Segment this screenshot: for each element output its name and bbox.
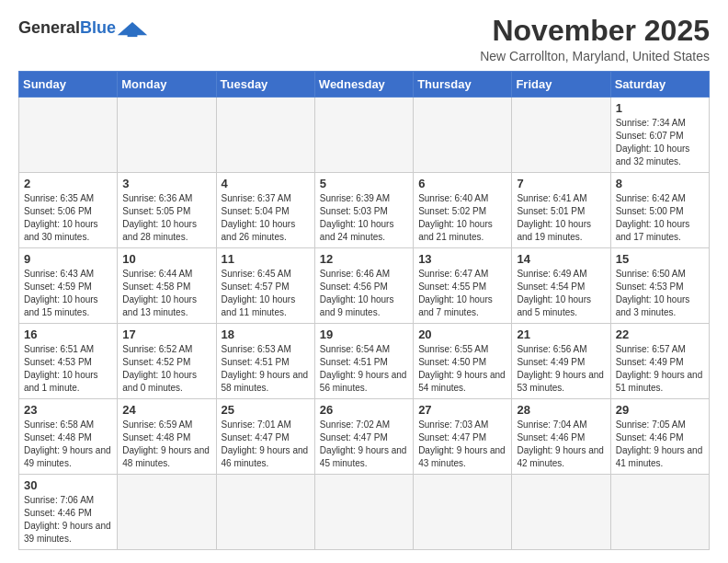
day-info: Sunrise: 6:51 AM Sunset: 4:53 PM Dayligh… (24, 343, 112, 395)
calendar-cell (512, 98, 610, 173)
calendar-cell: 17Sunrise: 6:52 AM Sunset: 4:52 PM Dayli… (118, 324, 216, 399)
day-info: Sunrise: 6:57 AM Sunset: 4:49 PM Dayligh… (616, 343, 704, 395)
day-info: Sunrise: 6:40 AM Sunset: 5:02 PM Dayligh… (418, 192, 506, 244)
calendar-cell: 25Sunrise: 7:01 AM Sunset: 4:47 PM Dayli… (216, 399, 314, 475)
calendar-cell (314, 98, 413, 173)
logo-text: GeneralBlue (18, 19, 116, 38)
calendar-cell: 24Sunrise: 6:59 AM Sunset: 4:48 PM Dayli… (118, 399, 216, 475)
day-number: 22 (616, 327, 704, 341)
calendar-week-row: 16Sunrise: 6:51 AM Sunset: 4:53 PM Dayli… (19, 324, 710, 399)
month-title: November 2025 (480, 15, 710, 47)
calendar-cell (118, 475, 216, 550)
day-info: Sunrise: 6:42 AM Sunset: 5:00 PM Dayligh… (616, 192, 704, 244)
day-number: 29 (616, 403, 704, 417)
day-info: Sunrise: 6:56 AM Sunset: 4:49 PM Dayligh… (517, 343, 605, 395)
calendar-cell (216, 98, 314, 173)
logo-icon (116, 20, 149, 39)
calendar-cell: 2Sunrise: 6:35 AM Sunset: 5:06 PM Daylig… (19, 173, 118, 248)
calendar-cell: 4Sunrise: 6:37 AM Sunset: 5:04 PM Daylig… (216, 173, 314, 248)
logo-blue: Blue (80, 18, 116, 37)
day-info: Sunrise: 7:05 AM Sunset: 4:46 PM Dayligh… (616, 419, 704, 470)
location: New Carrollton, Maryland, United States (480, 49, 710, 63)
title-block: November 2025 New Carrollton, Maryland, … (480, 15, 710, 63)
day-number: 20 (418, 327, 506, 341)
calendar-cell (414, 475, 512, 550)
day-number: 14 (517, 252, 605, 266)
col-thursday: Thursday (414, 72, 512, 98)
calendar-cell: 10Sunrise: 6:44 AM Sunset: 4:58 PM Dayli… (118, 248, 216, 324)
calendar-cell: 19Sunrise: 6:54 AM Sunset: 4:51 PM Dayli… (314, 324, 413, 399)
calendar-cell (19, 98, 118, 173)
svg-rect-1 (128, 30, 138, 37)
calendar-cell: 18Sunrise: 6:53 AM Sunset: 4:51 PM Dayli… (216, 324, 314, 399)
day-number: 30 (24, 478, 112, 492)
calendar-cell: 7Sunrise: 6:41 AM Sunset: 5:01 PM Daylig… (512, 173, 610, 248)
day-number: 26 (320, 403, 408, 417)
logo-general: General (18, 18, 80, 37)
day-info: Sunrise: 6:58 AM Sunset: 4:48 PM Dayligh… (24, 419, 112, 470)
calendar-cell: 15Sunrise: 6:50 AM Sunset: 4:53 PM Dayli… (610, 248, 709, 324)
col-friday: Friday (512, 72, 610, 98)
day-info: Sunrise: 6:41 AM Sunset: 5:01 PM Dayligh… (517, 192, 605, 244)
day-number: 19 (320, 327, 408, 341)
day-number: 27 (418, 403, 506, 417)
calendar-week-row: 30Sunrise: 7:06 AM Sunset: 4:46 PM Dayli… (19, 475, 710, 550)
day-number: 1 (616, 101, 704, 115)
day-info: Sunrise: 6:47 AM Sunset: 4:55 PM Dayligh… (418, 268, 506, 319)
col-saturday: Saturday (610, 72, 709, 98)
calendar-cell (512, 475, 610, 550)
day-info: Sunrise: 6:59 AM Sunset: 4:48 PM Dayligh… (122, 419, 210, 470)
calendar-cell: 13Sunrise: 6:47 AM Sunset: 4:55 PM Dayli… (414, 248, 512, 324)
col-wednesday: Wednesday (314, 72, 413, 98)
calendar-cell: 29Sunrise: 7:05 AM Sunset: 4:46 PM Dayli… (610, 399, 709, 475)
day-info: Sunrise: 7:03 AM Sunset: 4:47 PM Dayligh… (418, 419, 506, 470)
day-info: Sunrise: 6:55 AM Sunset: 4:50 PM Dayligh… (418, 343, 506, 395)
day-info: Sunrise: 6:52 AM Sunset: 4:52 PM Dayligh… (122, 343, 210, 395)
day-info: Sunrise: 6:35 AM Sunset: 5:06 PM Dayligh… (24, 192, 112, 244)
day-number: 3 (122, 177, 210, 190)
calendar-cell: 20Sunrise: 6:55 AM Sunset: 4:50 PM Dayli… (414, 324, 512, 399)
calendar-cell: 23Sunrise: 6:58 AM Sunset: 4:48 PM Dayli… (19, 399, 118, 475)
day-number: 16 (24, 327, 112, 341)
calendar-cell: 30Sunrise: 7:06 AM Sunset: 4:46 PM Dayli… (19, 475, 118, 550)
day-info: Sunrise: 7:34 AM Sunset: 6:07 PM Dayligh… (616, 117, 704, 168)
calendar-cell: 6Sunrise: 6:40 AM Sunset: 5:02 PM Daylig… (414, 173, 512, 248)
calendar-cell (118, 98, 216, 173)
page: GeneralBlue November 2025 New Carrollton… (0, 0, 728, 563)
calendar-cell (414, 98, 512, 173)
day-number: 2 (24, 177, 112, 190)
calendar-cell: 14Sunrise: 6:49 AM Sunset: 4:54 PM Dayli… (512, 248, 610, 324)
day-number: 11 (222, 252, 310, 266)
day-info: Sunrise: 7:02 AM Sunset: 4:47 PM Dayligh… (320, 419, 408, 470)
calendar-cell: 9Sunrise: 6:43 AM Sunset: 4:59 PM Daylig… (19, 248, 118, 324)
day-info: Sunrise: 6:36 AM Sunset: 5:05 PM Dayligh… (122, 192, 210, 244)
calendar-cell: 11Sunrise: 6:45 AM Sunset: 4:57 PM Dayli… (216, 248, 314, 324)
day-number: 5 (320, 177, 408, 190)
calendar-cell: 28Sunrise: 7:04 AM Sunset: 4:46 PM Dayli… (512, 399, 610, 475)
day-info: Sunrise: 6:54 AM Sunset: 4:51 PM Dayligh… (320, 343, 408, 395)
calendar: Sunday Monday Tuesday Wednesday Thursday… (18, 71, 710, 550)
day-number: 10 (122, 252, 210, 266)
calendar-cell: 12Sunrise: 6:46 AM Sunset: 4:56 PM Dayli… (314, 248, 413, 324)
col-tuesday: Tuesday (216, 72, 314, 98)
day-number: 28 (517, 403, 605, 417)
day-number: 13 (418, 252, 506, 266)
day-number: 24 (122, 403, 210, 417)
calendar-cell: 26Sunrise: 7:02 AM Sunset: 4:47 PM Dayli… (314, 399, 413, 475)
calendar-cell: 1Sunrise: 7:34 AM Sunset: 6:07 PM Daylig… (610, 98, 709, 173)
day-info: Sunrise: 6:49 AM Sunset: 4:54 PM Dayligh… (517, 268, 605, 319)
calendar-cell: 8Sunrise: 6:42 AM Sunset: 5:00 PM Daylig… (610, 173, 709, 248)
calendar-week-row: 9Sunrise: 6:43 AM Sunset: 4:59 PM Daylig… (19, 248, 710, 324)
col-monday: Monday (118, 72, 216, 98)
calendar-cell: 21Sunrise: 6:56 AM Sunset: 4:49 PM Dayli… (512, 324, 610, 399)
calendar-cell (314, 475, 413, 550)
day-number: 8 (616, 177, 704, 190)
calendar-header-row: Sunday Monday Tuesday Wednesday Thursday… (19, 72, 710, 98)
day-number: 9 (24, 252, 112, 266)
day-info: Sunrise: 6:53 AM Sunset: 4:51 PM Dayligh… (222, 343, 310, 395)
day-number: 18 (222, 327, 310, 341)
day-info: Sunrise: 6:50 AM Sunset: 4:53 PM Dayligh… (616, 268, 704, 319)
calendar-cell: 3Sunrise: 6:36 AM Sunset: 5:05 PM Daylig… (118, 173, 216, 248)
logo: GeneralBlue (18, 18, 149, 39)
day-number: 15 (616, 252, 704, 266)
